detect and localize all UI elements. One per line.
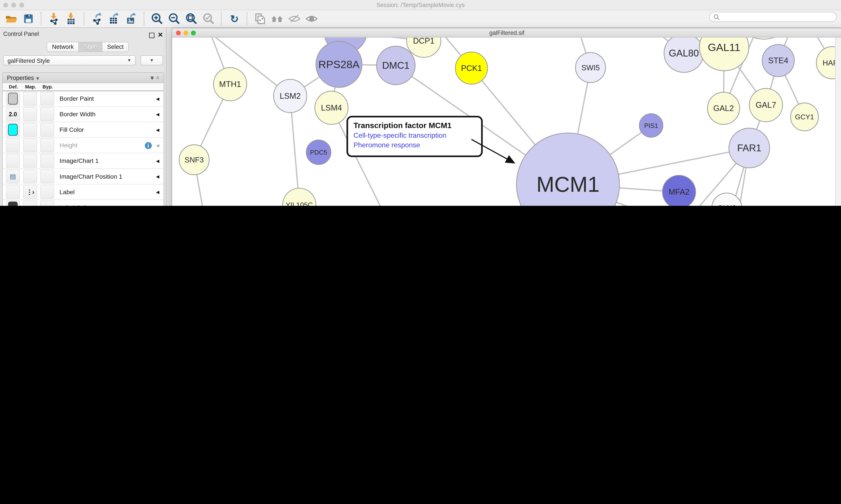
network-node-gal80[interactable]: GAL80: [664, 37, 704, 72]
collapse-all-icon[interactable]: »: [154, 76, 161, 79]
toolbar-separator: [41, 12, 42, 25]
zoom-out-icon[interactable]: [167, 12, 181, 26]
export-image-icon[interactable]: [124, 12, 139, 26]
network-node-lsm4[interactable]: LSM4: [315, 91, 348, 124]
property-row[interactable]: Fill Color◀: [3, 122, 164, 138]
annotation-link[interactable]: Pheromone response: [354, 141, 476, 149]
annotation-box[interactable]: Transcription factor MCM1 Cell-type-spec…: [346, 116, 483, 157]
control-panel-title: Control Panel: [3, 31, 39, 37]
network-node-gal7[interactable]: GAL7: [749, 88, 783, 122]
network-canvas[interactable]: DCP1RPS28ADMC1PCK1MTH1LSM2LSM4SNF3PDC5YI…: [172, 37, 836, 206]
open-session-icon[interactable]: [4, 12, 18, 26]
color-swatch[interactable]: [8, 202, 18, 206]
network-node-pis1[interactable]: PIS1: [639, 114, 663, 137]
color-swatch[interactable]: [8, 93, 18, 105]
svg-text:SNF3: SNF3: [185, 156, 204, 164]
properties-header: Properties ▼: [7, 74, 40, 81]
svg-text:SWI5: SWI5: [581, 64, 600, 72]
expand-row-icon[interactable]: ◀: [156, 112, 159, 117]
network-node-far1[interactable]: FAR1: [729, 128, 770, 168]
network-node-mth1[interactable]: MTH1: [214, 68, 247, 101]
property-row[interactable]: Label Color◀: [3, 200, 164, 206]
style-selector[interactable]: galFiltered Style▼: [3, 55, 136, 66]
toolbar-separator: [84, 12, 85, 25]
network-node-swi5[interactable]: SWI5: [576, 53, 606, 83]
network-node-mfa2[interactable]: MFA2: [662, 175, 696, 206]
network-graph: DCP1RPS28ADMC1PCK1MTH1LSM2LSM4SNF3PDC5YI…: [172, 37, 836, 206]
network-node-dmc1[interactable]: DMC1: [376, 46, 415, 85]
svg-text:MCM1: MCM1: [536, 172, 600, 196]
search-input[interactable]: [709, 12, 837, 22]
expand-row-icon[interactable]: ◀: [156, 205, 159, 206]
annotation-link[interactable]: Cell-type-specific transcription: [354, 131, 476, 140]
tab-style[interactable]: Style: [79, 42, 102, 52]
zoom-fit-icon[interactable]: [184, 12, 198, 26]
svg-text:PIS1: PIS1: [644, 122, 658, 129]
expand-row-icon[interactable]: ◀: [156, 174, 159, 179]
annotation-title: Transcription factor MCM1: [354, 121, 476, 130]
title-bar: Session: /Temp/SampleMovie.cys: [0, 0, 841, 10]
home-icon[interactable]: [270, 12, 284, 26]
network-node-mcm1[interactable]: MCM1: [516, 133, 619, 206]
svg-text:CLN3: CLN3: [717, 204, 736, 206]
svg-text:GAL11: GAL11: [708, 41, 740, 53]
property-row[interactable]: Border Paint◀: [3, 91, 164, 107]
hide-panel-icon[interactable]: [288, 12, 302, 26]
property-row[interactable]: Image/Chart 1◀: [3, 153, 164, 169]
session-title: Session: /Temp/SampleMovie.cys: [0, 2, 841, 8]
network-node-rps28a[interactable]: RPS28A: [316, 41, 362, 88]
properties-columns: Def. Map. Byp.: [3, 83, 164, 91]
toolbar-separator: [247, 12, 248, 25]
svg-text:GAL7: GAL7: [756, 101, 776, 110]
network-node-cln3[interactable]: CLN3: [712, 193, 742, 206]
expand-row-icon[interactable]: ◀: [156, 190, 159, 194]
svg-text:LSM4: LSM4: [321, 103, 342, 112]
property-row[interactable]: 2.0Border Width◀: [3, 107, 164, 122]
export-table-icon[interactable]: [107, 12, 121, 26]
properties-panel: Properties ▼ » » Def. Map. Byp. Border P…: [2, 72, 164, 206]
export-network-icon[interactable]: [90, 12, 104, 26]
svg-text:HAP2: HAP2: [823, 59, 836, 67]
refresh-icon[interactable]: ↻: [227, 12, 241, 26]
network-node-lsm2[interactable]: LSM2: [273, 79, 307, 112]
property-row[interactable]: ▤Image/Chart Position 1◀: [3, 169, 164, 184]
color-swatch[interactable]: [8, 124, 18, 136]
svg-text:GAL2: GAL2: [713, 104, 734, 113]
property-row[interactable]: ⋮›Label◀: [3, 184, 164, 200]
import-network-icon[interactable]: [47, 12, 61, 26]
control-panel-tabs: Network Style Select: [47, 42, 129, 52]
close-panel-icon[interactable]: ✕: [158, 30, 163, 39]
zoom-selected-icon[interactable]: [202, 12, 216, 26]
network-node-snf3[interactable]: SNF3: [179, 145, 209, 175]
property-label: Image/Chart 1: [59, 158, 156, 164]
network-node-yil105c[interactable]: YIL105C: [283, 188, 316, 206]
network-window-titlebar[interactable]: galFiltered.sif: [172, 29, 841, 38]
property-label: Fill Color: [59, 127, 156, 133]
expand-row-icon[interactable]: ◀: [156, 96, 159, 101]
network-node-gal2[interactable]: GAL2: [708, 92, 739, 124]
tab-select[interactable]: Select: [102, 42, 129, 52]
property-row[interactable]: Heighti◀: [3, 138, 164, 153]
svg-text:LSM2: LSM2: [280, 91, 301, 101]
network-node-gcy1[interactable]: GCY1: [791, 103, 819, 131]
zoom-in-icon[interactable]: [150, 12, 164, 26]
network-vertical-scrollbar[interactable]: [835, 37, 841, 206]
save-session-icon[interactable]: [21, 12, 35, 26]
property-label: Border Paint: [59, 95, 156, 102]
svg-text:PDC5: PDC5: [310, 149, 327, 156]
style-options-button[interactable]: ▼: [141, 55, 163, 66]
show-panel-icon[interactable]: [305, 12, 319, 26]
tab-network[interactable]: Network: [47, 42, 79, 52]
property-label: Height: [59, 142, 145, 148]
svg-text:MFA2: MFA2: [668, 187, 690, 196]
network-node-ste4[interactable]: STE4: [762, 44, 794, 77]
expand-row-icon[interactable]: ◀: [156, 159, 159, 163]
import-table-icon[interactable]: [65, 12, 78, 26]
network-node-hap2[interactable]: HAP2: [816, 47, 836, 79]
float-panel-icon[interactable]: [149, 31, 155, 40]
copy-view-icon[interactable]: [253, 12, 267, 26]
expand-row-icon[interactable]: ◀: [156, 127, 159, 132]
network-node-pdc5[interactable]: PDC5: [306, 140, 331, 165]
network-node-pck1[interactable]: PCK1: [455, 52, 487, 84]
expand-row-icon[interactable]: ◀: [156, 143, 159, 148]
